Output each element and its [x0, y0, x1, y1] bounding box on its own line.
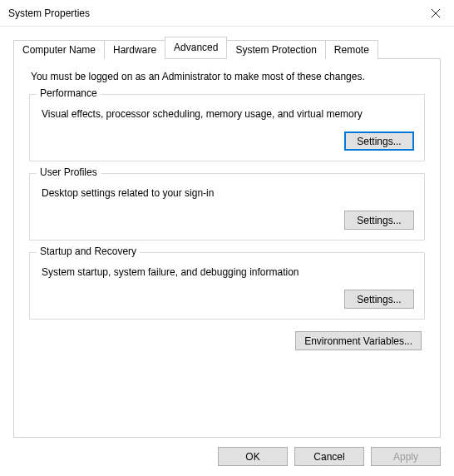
cancel-button[interactable]: Cancel: [294, 447, 364, 466]
dialog-content: Computer Name Hardware Advanced System P…: [0, 27, 454, 438]
group-startup-recovery: Startup and Recovery System startup, sys…: [29, 252, 425, 320]
environment-variables-button[interactable]: Environment Variables...: [295, 331, 422, 350]
window-title: System Properties: [8, 7, 417, 19]
intro-text: You must be logged on as an Administrato…: [31, 71, 425, 82]
group-performance: Performance Visual effects, processor sc…: [29, 94, 425, 161]
startup-recovery-desc: System startup, system failure, and debu…: [42, 266, 414, 278]
tab-row: Computer Name Hardware Advanced System P…: [13, 37, 441, 58]
group-user-profiles-legend: User Profiles: [37, 166, 101, 178]
tab-advanced[interactable]: Advanced: [165, 37, 227, 58]
user-profiles-settings-button[interactable]: Settings...: [344, 211, 414, 230]
tab-system-protection[interactable]: System Protection: [226, 40, 325, 59]
close-button[interactable]: [417, 1, 454, 26]
startup-recovery-settings-button[interactable]: Settings...: [344, 290, 414, 309]
tab-remote[interactable]: Remote: [325, 40, 378, 59]
group-performance-legend: Performance: [37, 87, 101, 99]
group-startup-recovery-legend: Startup and Recovery: [37, 245, 140, 257]
performance-settings-button[interactable]: Settings...: [344, 131, 414, 151]
tab-hardware[interactable]: Hardware: [104, 40, 165, 59]
dialog-footer: OK Cancel Apply: [218, 447, 441, 466]
performance-desc: Visual effects, processor scheduling, me…: [42, 108, 414, 120]
apply-button[interactable]: Apply: [371, 447, 441, 466]
ok-button[interactable]: OK: [218, 447, 288, 466]
group-user-profiles: User Profiles Desktop settings related t…: [29, 173, 425, 240]
tab-computer-name[interactable]: Computer Name: [13, 40, 105, 59]
close-icon: [432, 9, 440, 17]
titlebar: System Properties: [0, 0, 454, 27]
tab-panel-advanced: You must be logged on as an Administrato…: [13, 58, 441, 438]
user-profiles-desc: Desktop settings related to your sign-in: [42, 187, 414, 199]
